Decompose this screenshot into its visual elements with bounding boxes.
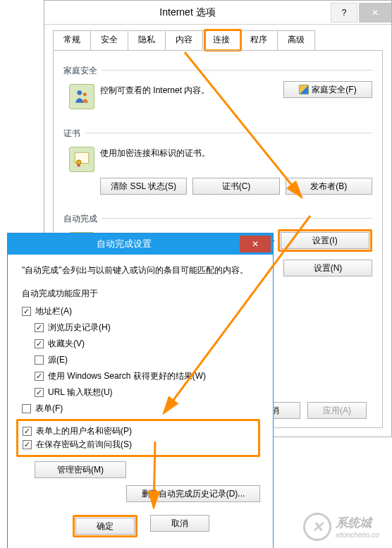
- clear-ssl-button[interactable]: 清除 SSL 状态(S): [100, 178, 187, 195]
- cert-desc: 使用加密连接和标识的证书。: [100, 144, 372, 172]
- watermark: ✕ 系统城 xitoncheno.co: [303, 510, 388, 544]
- group-label: 证书: [63, 128, 80, 140]
- watermark-icon: ✕: [303, 513, 331, 541]
- popup-intro: "自动完成"会列出与以前键入或访问的条目可能匹配的内容。: [22, 264, 260, 276]
- family-icon: [69, 84, 94, 109]
- tab-security[interactable]: 安全: [90, 30, 128, 50]
- group-autocomplete: 自动完成: [63, 207, 372, 229]
- checkbox-address-bar[interactable]: [22, 307, 31, 316]
- popup-titlebar: 自动完成设置 ✕: [8, 233, 273, 255]
- label-address-bar: 地址栏(A): [35, 305, 72, 317]
- popup-cancel-button[interactable]: 取消: [150, 515, 209, 532]
- autocomplete-settings-dialog: 自动完成设置 ✕ "自动完成"会列出与以前键入或访问的条目可能匹配的内容。 自动…: [7, 233, 274, 548]
- certificate-icon: [69, 147, 94, 172]
- family-desc: 控制可查看的 Internet 内容。: [100, 81, 278, 109]
- label-url-suggest: URL 输入联想(U): [48, 386, 113, 398]
- highlight-ok-button: 确定: [73, 515, 137, 537]
- tab-privacy[interactable]: 隐私: [128, 30, 166, 50]
- highlight-settings-button: 设置(I): [278, 229, 372, 252]
- highlight-username-password: 表单上的用户名和密码(P) 在保存密码之前询问我(S): [16, 419, 260, 457]
- help-button[interactable]: ?: [331, 3, 357, 23]
- popup-section-label: 自动完成功能应用于: [22, 288, 260, 300]
- label-windows-search: 使用 Windows Search 获得更好的结果(W): [48, 370, 206, 382]
- watermark-sub: xitoncheno.co: [336, 531, 379, 539]
- ok-button[interactable]: 确定: [75, 518, 135, 535]
- tab-content[interactable]: 内容: [165, 30, 203, 50]
- checkbox-forms[interactable]: [22, 404, 31, 413]
- certificates-button[interactable]: 证书(C): [192, 178, 279, 195]
- checkbox-feeds[interactable]: [35, 355, 44, 365]
- checkbox-url-suggest[interactable]: [35, 388, 44, 397]
- tab-advanced[interactable]: 高级: [277, 30, 315, 50]
- watermark-brand: 系统城: [336, 515, 379, 531]
- group-certificates: 证书: [63, 122, 372, 144]
- tab-strip: 常规 安全 隐私 内容 连接 程序 高级: [53, 30, 391, 50]
- label-user-passwords: 表单上的用户名和密码(P): [36, 425, 132, 437]
- checkbox-user-passwords[interactable]: [23, 427, 32, 436]
- popup-close-button[interactable]: ✕: [240, 236, 271, 252]
- label-favorites: 收藏夹(V): [48, 338, 85, 350]
- popup-title: 自动完成设置: [8, 238, 240, 250]
- label-feeds: 源(E): [48, 354, 68, 366]
- group-label: 家庭安全: [63, 65, 97, 77]
- checkbox-ask-before-save[interactable]: [23, 440, 32, 449]
- checkbox-windows-search[interactable]: [35, 372, 44, 381]
- feeds-settings-button[interactable]: 设置(N): [283, 260, 372, 276]
- checkbox-history[interactable]: [35, 323, 44, 332]
- family-safety-button[interactable]: 家庭安全(F): [283, 81, 372, 98]
- publishers-button[interactable]: 发布者(B): [286, 178, 372, 195]
- svg-point-1: [83, 92, 87, 96]
- tab-general[interactable]: 常规: [53, 30, 91, 50]
- apply-button[interactable]: 应用(A): [307, 402, 367, 419]
- label-history: 浏览历史记录(H): [48, 322, 111, 334]
- autocomplete-settings-button[interactable]: 设置(I): [281, 232, 369, 249]
- checkbox-favorites[interactable]: [35, 339, 44, 348]
- tab-programs[interactable]: 程序: [240, 30, 278, 50]
- tab-connections[interactable]: 连接: [202, 30, 240, 50]
- group-label: 自动完成: [63, 213, 97, 225]
- manage-passwords-button[interactable]: 管理密码(M): [35, 461, 126, 478]
- label-forms: 表单(F): [35, 403, 63, 415]
- window-title: Internet 选项: [44, 6, 331, 19]
- group-family-safety: 家庭安全: [63, 59, 372, 81]
- svg-point-0: [78, 90, 82, 95]
- delete-autocomplete-history-button[interactable]: 删除自动完成历史记录(D)...: [126, 485, 260, 502]
- label-ask-before-save: 在保存密码之前询问我(S): [36, 439, 132, 451]
- close-button[interactable]: ✕: [359, 3, 391, 23]
- titlebar: Internet 选项 ? ✕: [44, 1, 391, 25]
